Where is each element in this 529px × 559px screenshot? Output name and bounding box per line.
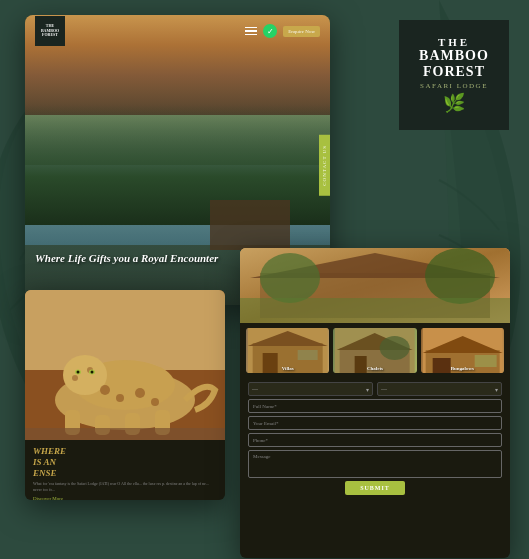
date-select-2[interactable]: — ▾ [377, 382, 502, 396]
chalets-thumb[interactable]: Chalets [333, 328, 416, 373]
bungalows-thumb[interactable]: Bungalows [421, 328, 504, 373]
bungalows-label: Bungalows [421, 366, 504, 371]
mockup-leopard: WHEREIS ANENSE What for 'rea fantasy is … [25, 290, 225, 500]
mockup-bottom-text: WHEREIS ANENSE What for 'rea fantasy is … [25, 440, 225, 500]
svg-rect-19 [25, 428, 225, 440]
svg-point-6 [116, 394, 124, 402]
logo-subtitle: SAFARI LODGE [420, 82, 488, 90]
enquire-button[interactable]: Enquire Now [283, 26, 320, 37]
form-header-image [240, 248, 510, 323]
date-select-1[interactable]: — ▾ [248, 382, 373, 396]
form-selects-row: — ▾ — ▾ [248, 382, 502, 396]
chalets-label: Chalets [333, 366, 416, 371]
hamburger-icon[interactable] [245, 27, 257, 36]
svg-point-7 [135, 388, 145, 398]
logo-box: THE BAMBOO FOREST SAFARI LODGE 🌿 [399, 20, 509, 130]
email-input[interactable]: Your Email* [248, 416, 502, 430]
fullname-input[interactable]: Full Name* [248, 399, 502, 413]
svg-point-35 [380, 336, 410, 360]
hero-building [210, 200, 290, 250]
svg-point-5 [100, 385, 110, 395]
where-is-text: WHEREIS ANENSE [33, 446, 217, 478]
message-textarea[interactable]: Message [248, 450, 502, 478]
logo-leaf-icon: 🌿 [443, 92, 465, 114]
mockup-logo: THEBAMBOOFOREST [35, 16, 65, 46]
svg-point-10 [72, 375, 78, 381]
phone-input[interactable]: Phone* [248, 433, 502, 447]
svg-point-8 [151, 398, 159, 406]
hero-text: Where Life Gifts you a Royal Encounter [35, 251, 218, 265]
villa-thumbnails: Villas Chalets [240, 323, 510, 378]
leopard-image [25, 290, 225, 440]
svg-point-14 [91, 371, 94, 374]
villas-thumb[interactable]: Villas [246, 328, 329, 373]
mockup-nav: ✓ Enquire Now [245, 24, 320, 38]
mockup-booking-form: Villas Chalets [240, 248, 510, 558]
discover-more-link[interactable]: Discover More [33, 496, 217, 500]
logo-title: THE BAMBOO FOREST [419, 36, 489, 79]
mockup-header: THEBAMBOOFOREST ✓ Enquire Now [25, 15, 330, 47]
contact-us-tab[interactable]: CONTACT US [319, 135, 330, 196]
svg-point-13 [77, 371, 80, 374]
villas-label: Villas [246, 366, 329, 371]
form-fields: — ▾ — ▾ Full Name* Your Email* Phone* Me… [240, 378, 510, 499]
main-container: THE BAMBOO FOREST SAFARI LODGE 🌿 THEBAMB… [0, 0, 529, 559]
svg-point-24 [425, 248, 495, 304]
whatsapp-icon[interactable]: ✓ [263, 24, 277, 38]
svg-rect-25 [240, 298, 510, 323]
svg-point-23 [260, 253, 320, 303]
description-text: What for 'rea fantasy is the Safari Lodg… [33, 481, 217, 492]
submit-button[interactable]: SUBMIT [345, 481, 405, 495]
svg-rect-30 [298, 350, 318, 360]
